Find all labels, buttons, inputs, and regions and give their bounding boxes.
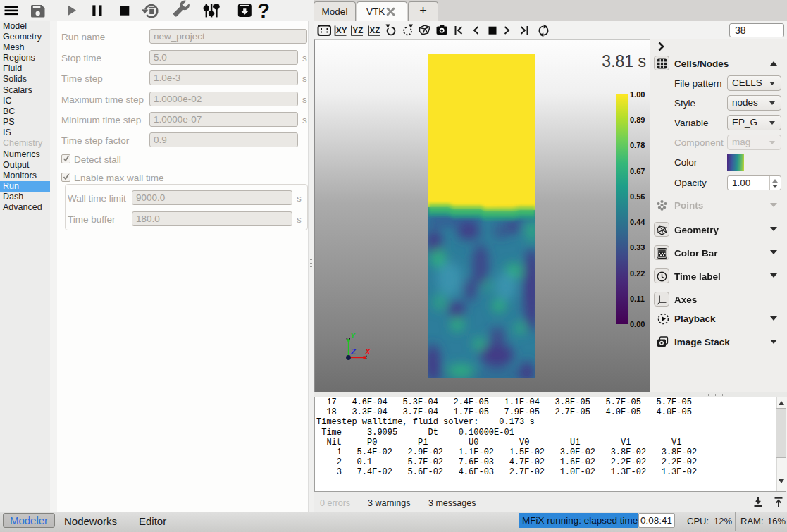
svg-text:?: ? [257,0,270,21]
svg-text:Z: Z [350,347,357,356]
svg-text:YZ: YZ [353,26,364,35]
svg-text:XY: XY [336,26,347,35]
svg-text:Y: Y [350,331,357,340]
svg-text:X: X [364,347,371,356]
svg-text:XZ: XZ [370,26,380,35]
